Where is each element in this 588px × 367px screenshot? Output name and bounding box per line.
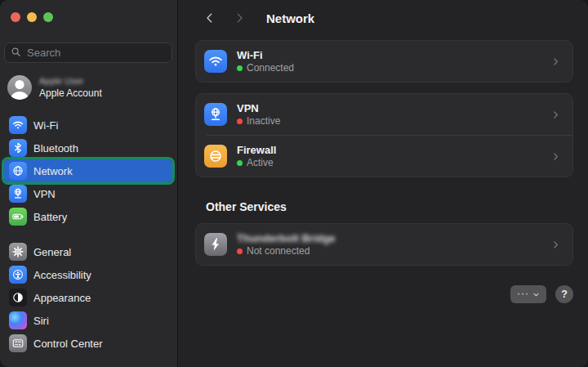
- sidebar-item-siri[interactable]: Siri: [4, 309, 172, 332]
- sidebar-group-gap: [4, 228, 172, 240]
- vpn-icon: [9, 185, 27, 203]
- firewall-icon: [204, 145, 227, 168]
- wifi-card: Wi-Fi Connected: [195, 40, 573, 83]
- appearance-contrast-icon: [9, 289, 27, 307]
- chevron-right-icon: [550, 110, 561, 120]
- sidebar-item-label: Appearance: [33, 292, 91, 304]
- avatar: [7, 75, 32, 100]
- sidebar-item-vpn[interactable]: VPN: [4, 182, 172, 205]
- sidebar-item-label: Network: [33, 165, 73, 177]
- other-services-card: Thunderbolt Bridge Not connected: [195, 223, 573, 266]
- chevron-right-icon: [550, 239, 561, 250]
- minimize-window-button[interactable]: [27, 12, 37, 22]
- sidebar-item-wifi[interactable]: Wi-Fi: [4, 114, 172, 137]
- vpn-firewall-card: VPN Inactive Firewall: [195, 93, 573, 177]
- search-field[interactable]: [4, 43, 172, 63]
- search-icon: [11, 46, 21, 60]
- sidebar-item-appearance[interactable]: Appearance: [4, 286, 172, 309]
- sidebar-item-general[interactable]: General: [4, 240, 172, 263]
- accessibility-icon: [9, 266, 27, 284]
- sidebar-item-battery[interactable]: Battery: [4, 205, 172, 228]
- zoom-window-button[interactable]: [43, 12, 53, 22]
- other-services-heading: Other Services: [206, 200, 573, 213]
- service-status: Not connected: [237, 246, 336, 257]
- siri-icon: [9, 311, 27, 329]
- back-button[interactable]: [201, 9, 219, 27]
- help-button[interactable]: ?: [555, 285, 573, 303]
- service-status: Inactive: [237, 116, 280, 127]
- service-name: Firewall: [237, 144, 276, 156]
- status-dot-red: [237, 119, 243, 124]
- service-status: Active: [237, 158, 276, 168]
- gear-icon: [9, 243, 27, 261]
- chevron-right-icon: [550, 56, 561, 67]
- sidebar-item-label: Siri: [33, 315, 49, 327]
- wifi-row[interactable]: Wi-Fi Connected: [196, 41, 572, 82]
- sidebar-nav: Wi-Fi Bluetooth Network: [4, 114, 172, 355]
- thunderbolt-row[interactable]: Thunderbolt Bridge Not connected: [196, 224, 572, 265]
- status-dot-green: [237, 65, 243, 71]
- service-name: VPN: [237, 102, 280, 114]
- sidebar-item-label: VPN: [33, 188, 56, 200]
- thunderbolt-icon: [204, 233, 227, 256]
- vpn-row[interactable]: VPN Inactive: [196, 94, 572, 135]
- sidebar-item-label: Bluetooth: [33, 142, 78, 154]
- sidebar-item-accessibility[interactable]: Accessibility: [4, 263, 172, 286]
- window-controls: [4, 0, 172, 22]
- service-name-redacted: Thunderbolt Bridge: [237, 232, 336, 244]
- sidebar-item-label: Control Center: [33, 338, 103, 350]
- service-name: Wi-Fi: [237, 49, 294, 61]
- service-status: Connected: [237, 63, 294, 74]
- account-name-redacted: Apple User: [39, 76, 102, 86]
- forward-button[interactable]: [230, 9, 248, 27]
- close-window-button[interactable]: [11, 12, 20, 22]
- page-title: Network: [266, 11, 314, 25]
- apple-account-item[interactable]: Apple User Apple Account: [4, 75, 172, 100]
- battery-icon: [9, 208, 27, 226]
- sidebar-item-control-center[interactable]: Control Center: [4, 332, 172, 355]
- account-subtitle: Apple Account: [39, 87, 102, 99]
- control-center-icon: [9, 334, 27, 352]
- network-pane: Network Wi-Fi Connected: [178, 0, 588, 367]
- status-dot-red: [237, 248, 243, 254]
- vpn-icon: [204, 103, 227, 126]
- sidebar-item-label: Wi-Fi: [33, 119, 58, 132]
- search-input[interactable]: [25, 46, 166, 60]
- network-globe-icon: [9, 162, 27, 180]
- chevron-down-icon: [532, 291, 540, 298]
- pane-footer: ··· ?: [195, 285, 573, 303]
- bluetooth-icon: [9, 139, 27, 157]
- wifi-icon: [9, 116, 27, 134]
- more-options-button[interactable]: ···: [510, 285, 546, 303]
- wifi-icon: [204, 50, 227, 73]
- sidebar-item-network[interactable]: Network: [4, 159, 172, 182]
- sidebar: Apple User Apple Account Wi-Fi: [0, 0, 178, 367]
- sidebar-item-label: General: [33, 246, 71, 258]
- sidebar-item-label: Accessibility: [33, 269, 91, 281]
- sidebar-item-bluetooth[interactable]: Bluetooth: [4, 137, 172, 159]
- content-header: Network: [195, 0, 573, 36]
- ellipsis-icon: ···: [517, 289, 529, 298]
- sidebar-item-label: Battery: [33, 211, 67, 223]
- question-mark-icon: ?: [561, 289, 568, 300]
- status-dot-green: [237, 160, 243, 166]
- firewall-row[interactable]: Firewall Active: [196, 136, 572, 177]
- system-settings-window: Apple User Apple Account Wi-Fi: [0, 0, 588, 367]
- chevron-right-icon: [550, 151, 561, 162]
